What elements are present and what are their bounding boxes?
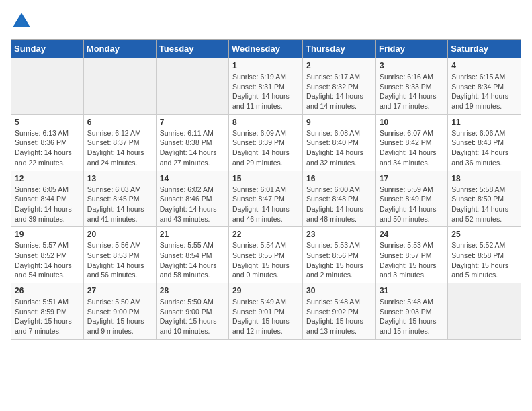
- day-info: Sunrise: 6:03 AM Sunset: 8:45 PM Dayligh…: [87, 185, 152, 224]
- calendar-cell: 29Sunrise: 5:49 AM Sunset: 9:01 PM Dayli…: [229, 283, 303, 340]
- day-info: Sunrise: 6:02 AM Sunset: 8:46 PM Dayligh…: [160, 185, 225, 224]
- day-number: 19: [15, 230, 80, 239]
- calendar-cell: 11Sunrise: 6:06 AM Sunset: 8:43 PM Dayli…: [448, 114, 521, 171]
- day-info: Sunrise: 6:08 AM Sunset: 8:40 PM Dayligh…: [306, 128, 372, 168]
- day-info: Sunrise: 6:13 AM Sunset: 8:36 PM Dayligh…: [15, 128, 80, 168]
- calendar-cell: [83, 58, 156, 115]
- day-number: 5: [15, 118, 80, 127]
- calendar-table: SundayMondayTuesdayWednesdayThursdayFrid…: [11, 39, 521, 340]
- day-number: 20: [87, 230, 152, 239]
- day-header-thursday: Thursday: [303, 40, 376, 58]
- day-info: Sunrise: 5:56 AM Sunset: 8:53 PM Dayligh…: [87, 240, 152, 280]
- calendar-cell: 23Sunrise: 5:53 AM Sunset: 8:56 PM Dayli…: [303, 227, 376, 283]
- day-info: Sunrise: 6:07 AM Sunset: 8:42 PM Dayligh…: [380, 128, 444, 168]
- day-number: 9: [306, 118, 372, 127]
- day-number: 27: [87, 286, 152, 295]
- calendar-cell: 5Sunrise: 6:13 AM Sunset: 8:36 PM Daylig…: [11, 114, 84, 171]
- day-number: 2: [306, 61, 372, 71]
- day-info: Sunrise: 6:09 AM Sunset: 8:39 PM Dayligh…: [232, 128, 299, 168]
- calendar-cell: 25Sunrise: 5:52 AM Sunset: 8:58 PM Dayli…: [448, 227, 521, 283]
- calendar-cell: 12Sunrise: 6:05 AM Sunset: 8:44 PM Dayli…: [11, 171, 84, 227]
- day-header-friday: Friday: [375, 40, 447, 58]
- day-number: 3: [380, 61, 444, 71]
- calendar-cell: 8Sunrise: 6:09 AM Sunset: 8:39 PM Daylig…: [229, 114, 303, 171]
- day-number: 29: [232, 286, 299, 295]
- day-info: Sunrise: 5:50 AM Sunset: 9:00 PM Dayligh…: [87, 297, 152, 336]
- calendar-cell: 7Sunrise: 6:11 AM Sunset: 8:38 PM Daylig…: [156, 114, 228, 171]
- calendar-cell: 4Sunrise: 6:15 AM Sunset: 8:34 PM Daylig…: [448, 58, 521, 115]
- calendar-cell: [156, 58, 228, 115]
- day-info: Sunrise: 5:53 AM Sunset: 8:56 PM Dayligh…: [306, 240, 372, 280]
- day-info: Sunrise: 5:53 AM Sunset: 8:57 PM Dayligh…: [380, 240, 444, 280]
- calendar-cell: 17Sunrise: 5:59 AM Sunset: 8:49 PM Dayli…: [375, 171, 447, 227]
- day-info: Sunrise: 5:50 AM Sunset: 9:00 PM Dayligh…: [160, 297, 225, 336]
- calendar-cell: 26Sunrise: 5:51 AM Sunset: 8:59 PM Dayli…: [11, 283, 84, 340]
- day-info: Sunrise: 5:51 AM Sunset: 8:59 PM Dayligh…: [15, 297, 80, 336]
- day-number: 15: [232, 174, 299, 183]
- day-info: Sunrise: 6:17 AM Sunset: 8:32 PM Dayligh…: [306, 72, 372, 111]
- day-number: 10: [380, 118, 444, 127]
- day-info: Sunrise: 6:06 AM Sunset: 8:43 PM Dayligh…: [451, 128, 517, 168]
- day-info: Sunrise: 6:01 AM Sunset: 8:47 PM Dayligh…: [232, 185, 299, 224]
- day-number: 21: [160, 230, 225, 239]
- calendar-cell: 6Sunrise: 6:12 AM Sunset: 8:37 PM Daylig…: [83, 114, 156, 171]
- calendar-cell: 27Sunrise: 5:50 AM Sunset: 9:00 PM Dayli…: [83, 283, 156, 340]
- day-number: 11: [451, 118, 517, 127]
- day-info: Sunrise: 5:59 AM Sunset: 8:49 PM Dayligh…: [380, 185, 444, 224]
- calendar-cell: 22Sunrise: 5:54 AM Sunset: 8:55 PM Dayli…: [229, 227, 303, 283]
- day-header-wednesday: Wednesday: [229, 40, 303, 58]
- calendar-week-row: 12Sunrise: 6:05 AM Sunset: 8:44 PM Dayli…: [11, 171, 521, 227]
- calendar-cell: 19Sunrise: 5:57 AM Sunset: 8:52 PM Dayli…: [11, 227, 84, 283]
- calendar-cell: 21Sunrise: 5:55 AM Sunset: 8:54 PM Dayli…: [156, 227, 228, 283]
- day-info: Sunrise: 6:16 AM Sunset: 8:33 PM Dayligh…: [380, 72, 444, 111]
- calendar-cell: 28Sunrise: 5:50 AM Sunset: 9:00 PM Dayli…: [156, 283, 228, 340]
- day-header-saturday: Saturday: [448, 40, 521, 58]
- calendar-week-row: 26Sunrise: 5:51 AM Sunset: 8:59 PM Dayli…: [11, 283, 521, 340]
- calendar-week-row: 5Sunrise: 6:13 AM Sunset: 8:36 PM Daylig…: [11, 114, 521, 171]
- calendar-cell: [448, 283, 521, 340]
- day-info: Sunrise: 5:58 AM Sunset: 8:50 PM Dayligh…: [451, 185, 517, 224]
- day-info: Sunrise: 5:55 AM Sunset: 8:54 PM Dayligh…: [160, 240, 225, 280]
- day-number: 1: [232, 61, 299, 71]
- day-info: Sunrise: 6:12 AM Sunset: 8:37 PM Dayligh…: [87, 128, 152, 168]
- day-info: Sunrise: 5:49 AM Sunset: 9:01 PM Dayligh…: [232, 297, 299, 336]
- day-number: 26: [15, 286, 80, 295]
- logo-icon: [11, 11, 32, 32]
- day-info: Sunrise: 6:15 AM Sunset: 8:34 PM Dayligh…: [451, 72, 517, 111]
- day-number: 13: [87, 174, 152, 183]
- day-number: 18: [451, 174, 517, 183]
- day-info: Sunrise: 5:48 AM Sunset: 9:03 PM Dayligh…: [380, 297, 444, 336]
- calendar-header-row: SundayMondayTuesdayWednesdayThursdayFrid…: [11, 40, 521, 58]
- day-number: 31: [380, 286, 444, 295]
- day-info: Sunrise: 5:54 AM Sunset: 8:55 PM Dayligh…: [232, 240, 299, 280]
- day-info: Sunrise: 6:05 AM Sunset: 8:44 PM Dayligh…: [15, 185, 80, 224]
- calendar-cell: 9Sunrise: 6:08 AM Sunset: 8:40 PM Daylig…: [303, 114, 376, 171]
- calendar-cell: 15Sunrise: 6:01 AM Sunset: 8:47 PM Dayli…: [229, 171, 303, 227]
- day-number: 4: [451, 61, 517, 71]
- day-number: 30: [306, 286, 372, 295]
- calendar-cell: 14Sunrise: 6:02 AM Sunset: 8:46 PM Dayli…: [156, 171, 228, 227]
- day-number: 14: [160, 174, 225, 183]
- day-number: 28: [160, 286, 225, 295]
- calendar-cell: 30Sunrise: 5:48 AM Sunset: 9:02 PM Dayli…: [303, 283, 376, 340]
- day-number: 25: [451, 230, 517, 239]
- calendar-week-row: 19Sunrise: 5:57 AM Sunset: 8:52 PM Dayli…: [11, 227, 521, 283]
- day-number: 7: [160, 118, 225, 127]
- day-number: 16: [306, 174, 372, 183]
- day-number: 22: [232, 230, 299, 239]
- day-info: Sunrise: 6:00 AM Sunset: 8:48 PM Dayligh…: [306, 185, 372, 224]
- page-header: [11, 11, 521, 32]
- calendar-cell: 1Sunrise: 6:19 AM Sunset: 8:31 PM Daylig…: [229, 58, 303, 115]
- calendar-cell: [11, 58, 84, 115]
- day-info: Sunrise: 5:57 AM Sunset: 8:52 PM Dayligh…: [15, 240, 80, 280]
- calendar-cell: 3Sunrise: 6:16 AM Sunset: 8:33 PM Daylig…: [375, 58, 447, 115]
- logo: [11, 11, 35, 32]
- calendar-cell: 2Sunrise: 6:17 AM Sunset: 8:32 PM Daylig…: [303, 58, 376, 115]
- calendar-cell: 20Sunrise: 5:56 AM Sunset: 8:53 PM Dayli…: [83, 227, 156, 283]
- day-number: 8: [232, 118, 299, 127]
- calendar-cell: 31Sunrise: 5:48 AM Sunset: 9:03 PM Dayli…: [375, 283, 447, 340]
- day-info: Sunrise: 6:11 AM Sunset: 8:38 PM Dayligh…: [160, 128, 225, 168]
- day-header-monday: Monday: [83, 40, 156, 58]
- calendar-cell: 24Sunrise: 5:53 AM Sunset: 8:57 PM Dayli…: [375, 227, 447, 283]
- day-number: 24: [380, 230, 444, 239]
